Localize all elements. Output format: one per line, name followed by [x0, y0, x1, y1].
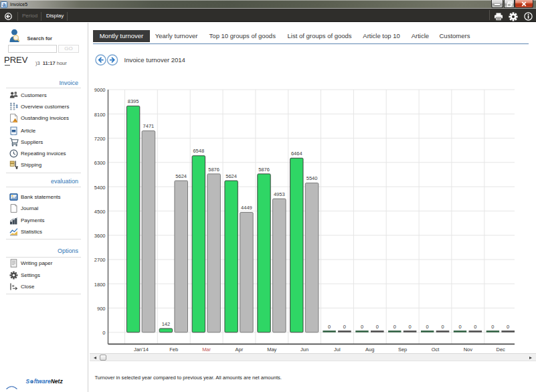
svg-text:5624: 5624: [226, 173, 237, 179]
svg-text:Apr: Apr: [236, 347, 244, 353]
svg-text:0: 0: [409, 324, 412, 330]
svg-text:0: 0: [441, 324, 444, 330]
svg-text:0: 0: [458, 324, 461, 330]
svg-text:900: 900: [97, 306, 106, 312]
svg-text:Nov: Nov: [464, 347, 473, 353]
svg-text:Oct: Oct: [432, 347, 440, 353]
svg-text:4500: 4500: [94, 209, 106, 215]
svg-text:7200: 7200: [94, 136, 106, 142]
svg-text:0: 0: [426, 324, 429, 330]
svg-text:8100: 8100: [94, 112, 106, 118]
svg-text:0: 0: [507, 324, 509, 330]
svg-text:0: 0: [393, 324, 396, 330]
svg-text:0: 0: [376, 324, 379, 330]
svg-text:6548: 6548: [193, 148, 204, 154]
svg-text:May: May: [267, 347, 276, 353]
svg-text:5624: 5624: [175, 173, 187, 179]
svg-text:142: 142: [162, 321, 171, 327]
svg-text:9000: 9000: [94, 87, 106, 93]
svg-text:Jan'14: Jan'14: [134, 347, 149, 353]
svg-text:7471: 7471: [143, 123, 155, 129]
svg-text:0: 0: [491, 324, 494, 330]
svg-text:8395: 8395: [128, 98, 139, 104]
svg-text:4953: 4953: [274, 191, 285, 197]
svg-text:2700: 2700: [94, 257, 106, 263]
svg-text:0: 0: [343, 324, 346, 330]
svg-text:Feb: Feb: [169, 347, 178, 353]
svg-text:0: 0: [102, 330, 105, 336]
svg-text:5400: 5400: [94, 185, 106, 191]
svg-text:4449: 4449: [241, 205, 252, 211]
svg-text:5540: 5540: [306, 175, 318, 181]
svg-text:0: 0: [328, 324, 331, 330]
svg-text:0: 0: [474, 324, 476, 330]
svg-text:1800: 1800: [94, 282, 106, 288]
svg-text:Jun: Jun: [300, 347, 308, 353]
svg-text:5876: 5876: [208, 167, 219, 173]
svg-text:Aug: Aug: [365, 347, 374, 353]
svg-text:0: 0: [361, 324, 363, 330]
svg-text:3600: 3600: [94, 233, 106, 239]
svg-text:Sep: Sep: [398, 347, 407, 353]
svg-text:6464: 6464: [291, 151, 302, 157]
svg-text:6300: 6300: [94, 160, 106, 166]
svg-text:Jul: Jul: [334, 347, 341, 353]
svg-text:Mar: Mar: [202, 347, 211, 353]
svg-text:Dec: Dec: [497, 347, 506, 353]
svg-text:5876: 5876: [258, 167, 270, 173]
